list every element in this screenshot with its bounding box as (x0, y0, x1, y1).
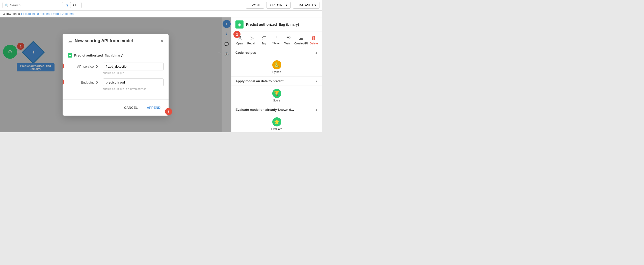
search-input[interactable] (10, 3, 61, 7)
cloud-icon: ☁ (68, 38, 72, 44)
apply-model-chevron: ▲ (315, 80, 318, 83)
add-dataset-button[interactable]: + DATASET ▾ (293, 2, 319, 9)
recipes-link[interactable]: 8 recipes (37, 12, 49, 16)
sidebar-header: ◆ Predict authorized_flag (binary) (231, 17, 322, 32)
flow-canvas[interactable]: ⚙ 1 ✦ Predict authorized_flag(binary) + … (0, 17, 231, 132)
evaluate-model-content: ⭐ Evaluate (231, 114, 322, 132)
api-service-id-label: API service ID (68, 63, 98, 68)
tag-icon: 🏷 (261, 35, 266, 41)
endpoint-id-hint: should be unique in a given service (103, 87, 164, 90)
code-recipes-content: 🐍 Python (231, 57, 322, 77)
api-service-id-hint: should be unique (103, 71, 164, 74)
datasets-link[interactable]: 11 datasets (21, 12, 36, 16)
badge-4: 4 (63, 78, 64, 86)
api-service-id-row: API service ID should be unique 3 (68, 63, 164, 74)
retrain-label: Retrain (247, 42, 256, 45)
endpoint-id-row: Endpoint ID should be unique in a given … (68, 78, 164, 90)
delete-action[interactable]: 🗑 Delete (308, 35, 320, 45)
python-recipe-item[interactable]: 🐍 Python (235, 60, 318, 73)
sidebar-title: Predict authorized_flag (binary) (246, 22, 299, 26)
modal-header-actions: — ✕ (153, 39, 164, 43)
code-recipes-label: Code recipes (235, 51, 256, 55)
endpoint-id-field: should be unique in a given service (103, 78, 164, 90)
apply-model-header[interactable]: Apply model on data to predict ▲ (231, 77, 322, 86)
evaluate-recipe-item[interactable]: ⭐ Evaluate (235, 117, 318, 130)
evaluate-model-chevron: ▲ (315, 108, 318, 112)
retrain-action[interactable]: ▷ Retrain (246, 35, 258, 45)
evaluate-model-header[interactable]: Evaluate model on already-known d... ▲ (231, 105, 322, 114)
model-link[interactable]: 1 model (50, 12, 61, 16)
python-recipe-icon: 🐍 (272, 60, 281, 69)
search-box[interactable]: 🔍 (3, 2, 63, 8)
watch-icon: 👁 (286, 35, 291, 41)
new-scoring-api-modal: ☁ New scoring API from model — ✕ ◆ Predi… (63, 34, 169, 116)
modal-body: ◆ Predict authorized_flag (binary) API s… (63, 48, 169, 99)
create-api-label: Create API (294, 42, 308, 45)
api-service-id-input[interactable] (103, 63, 164, 70)
badge-2: 2 (233, 31, 240, 38)
modal-footer: CANCEL APPEND (63, 99, 169, 116)
score-recipe-label: Score (273, 99, 280, 102)
modal-title-area: ☁ New scoring API from model (68, 38, 133, 44)
evaluate-model-label: Evaluate model on already-known d... (235, 108, 294, 112)
modal-header: ☁ New scoring API from model — ✕ (63, 34, 169, 48)
evaluate-recipe-label: Evaluate (271, 127, 282, 130)
top-bar: 🔍 ▼ All + ZONE + RECIPE ▾ + DATASET ▾ (0, 0, 322, 11)
watch-label: Watch (284, 42, 292, 45)
endpoint-id-input[interactable] (103, 78, 164, 86)
delete-label: Delete (310, 42, 318, 45)
retrain-icon: ▷ (250, 35, 254, 41)
share-icon: ⑂ (275, 35, 277, 41)
flow-zones-count: 3 flow zones (3, 12, 20, 16)
modal-title: New scoring API from model (75, 38, 133, 43)
share-label: Share (272, 42, 280, 45)
share-action[interactable]: ⑂ Share (270, 35, 282, 45)
modal-overlay: ☁ New scoring API from model — ✕ ◆ Predi… (0, 17, 231, 132)
append-button[interactable]: APPEND (144, 104, 164, 112)
breadcrumb: 3 flow zones 11 datasets 8 recipes 1 mod… (0, 11, 322, 17)
add-zone-button[interactable]: + ZONE (246, 2, 264, 9)
score-recipe-icon: 🏆 (272, 89, 281, 98)
code-recipes-header[interactable]: Code recipes ▲ (231, 48, 322, 57)
main-layout: ⚙ 1 ✦ Predict authorized_flag(binary) + … (0, 17, 322, 132)
minimize-button[interactable]: — (153, 39, 157, 43)
tag-action[interactable]: 🏷 Tag (258, 35, 270, 45)
top-bar-actions: + ZONE + RECIPE ▾ + DATASET ▾ (246, 2, 319, 9)
sidebar-model-icon: ◆ (235, 20, 244, 29)
delete-icon: 🗑 (311, 35, 316, 41)
api-service-id-field: should be unique (103, 63, 164, 74)
action-icons-row: 2 ⚗ Open ▷ Retrain 🏷 Tag ⑂ Share 👁 Watch (231, 32, 322, 48)
score-recipe-item[interactable]: 🏆 Score (235, 89, 318, 102)
python-recipe-label: Python (272, 70, 281, 73)
apply-model-label: Apply model on data to predict (235, 79, 284, 83)
folders-link[interactable]: 2 folders (62, 12, 74, 16)
open-label: Open (236, 42, 243, 45)
badge-5: 5 (165, 108, 172, 115)
endpoint-id-label: Endpoint ID (68, 78, 98, 84)
search-icon: 🔍 (5, 4, 9, 7)
filter-area: ▼ All (66, 2, 82, 8)
tag-label: Tag (262, 42, 266, 45)
create-api-action[interactable]: ☁ Create API (294, 35, 308, 45)
right-sidebar: ◆ Predict authorized_flag (binary) 2 ⚗ O… (231, 17, 322, 132)
filter-select[interactable]: All (70, 2, 82, 8)
cancel-button[interactable]: CANCEL (121, 104, 141, 112)
code-recipes-chevron: ▲ (315, 51, 318, 55)
badge-3: 3 (63, 63, 64, 70)
create-api-icon: ☁ (299, 35, 304, 41)
filter-icon: ▼ (66, 3, 69, 7)
model-badge-icon: ◆ (68, 53, 72, 58)
apply-model-content: 🏆 Score (231, 86, 322, 105)
evaluate-recipe-icon: ⭐ (272, 117, 281, 126)
add-recipe-button[interactable]: + RECIPE ▾ (266, 2, 291, 9)
close-button[interactable]: ✕ (160, 39, 164, 43)
model-name-badge: ◆ Predict authorized_flag (binary) (68, 53, 164, 58)
watch-action[interactable]: 👁 Watch (282, 35, 294, 45)
model-name-text: Predict authorized_flag (binary) (74, 54, 123, 57)
